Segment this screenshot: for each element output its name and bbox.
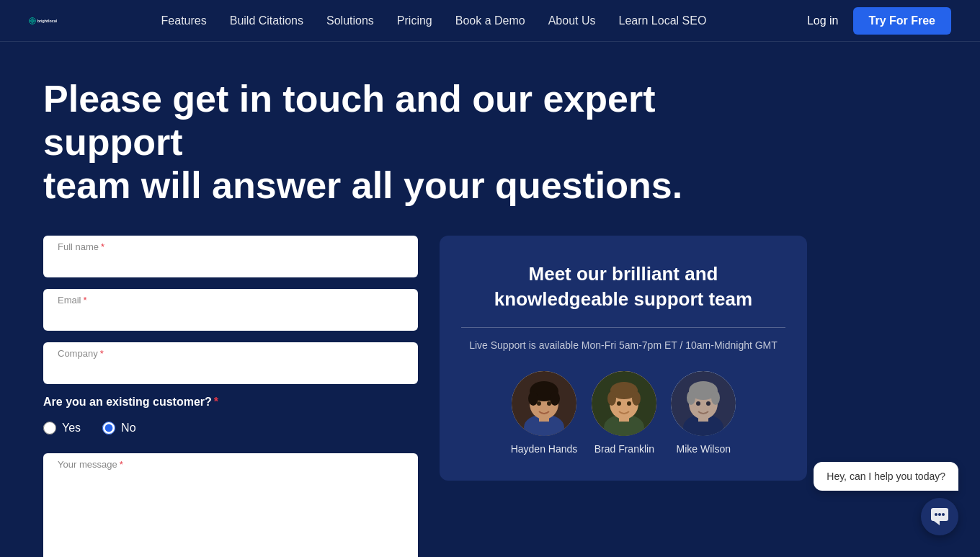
svg-text:brightlocal: brightlocal: [37, 18, 58, 22]
team-member-mike: Mike Wilson: [671, 371, 736, 455]
existing-customer-group: Are you an existing customer?* Yes No: [43, 396, 418, 442]
svg-point-30: [711, 391, 720, 405]
avatar-hayden: [512, 371, 576, 436]
svg-point-29: [687, 391, 695, 405]
logo[interactable]: brightlocal: [29, 7, 61, 35]
team-divider: [461, 327, 785, 328]
svg-point-21: [632, 391, 641, 406]
chat-widget: Hey, can I help you today?: [814, 462, 958, 535]
email-label: Email*: [58, 295, 87, 306]
radio-yes-label: Yes: [62, 422, 81, 435]
nav-solutions[interactable]: Solutions: [326, 14, 374, 27]
full-name-label: Full name*: [58, 241, 104, 252]
message-field: Your message*: [43, 453, 418, 557]
nav-links: Features Build Citations Solutions Prici…: [161, 14, 707, 27]
team-members: Hayden Hands: [461, 371, 785, 455]
svg-point-23: [627, 401, 631, 406]
contact-form: Full name* Email* Company*: [43, 236, 418, 557]
email-input[interactable]: [43, 289, 418, 331]
log-in-link[interactable]: Log in: [807, 14, 839, 27]
svg-marker-34: [934, 521, 940, 525]
radio-no-label: No: [121, 422, 135, 435]
svg-point-35: [935, 513, 937, 516]
radio-yes-input[interactable]: [43, 422, 56, 435]
svg-point-13: [537, 401, 541, 406]
team-card: Meet our brilliant and knowledgeable sup…: [440, 236, 807, 480]
message-label: Your message*: [58, 459, 123, 470]
radio-no-input[interactable]: [102, 422, 115, 435]
svg-point-37: [942, 513, 945, 516]
email-field: Email*: [43, 289, 418, 331]
full-name-field: Full name*: [43, 236, 418, 277]
radio-yes[interactable]: Yes: [43, 422, 81, 435]
company-label: Company*: [58, 348, 104, 359]
avatar-brad: [592, 371, 656, 436]
radio-group: Yes No: [43, 414, 418, 442]
nav-learn-seo[interactable]: Learn Local SEO: [618, 14, 706, 27]
member-name-hayden: Hayden Hands: [511, 443, 578, 455]
member-name-brad: Brad Franklin: [594, 443, 654, 455]
nav-about-us[interactable]: About Us: [548, 14, 596, 27]
chat-bubble: Hey, can I help you today?: [814, 462, 958, 491]
team-member-brad: Brad Franklin: [592, 371, 656, 455]
chat-button[interactable]: [921, 498, 958, 535]
svg-point-11: [528, 391, 538, 406]
form-section: Full name* Email* Company*: [43, 236, 937, 557]
nav-pricing[interactable]: Pricing: [397, 14, 432, 27]
main-nav: brightlocal Features Build Citations Sol…: [0, 0, 980, 42]
team-card-title: Meet our brilliant and knowledgeable sup…: [461, 262, 785, 312]
svg-point-14: [547, 401, 551, 406]
avatar-mike: [671, 371, 736, 436]
nav-build-citations[interactable]: Build Citations: [230, 14, 303, 27]
company-field: Company*: [43, 342, 418, 384]
radio-no[interactable]: No: [102, 422, 135, 435]
support-hours: Live Support is available Mon-Fri 5am-7p…: [461, 339, 785, 351]
svg-point-31: [696, 401, 700, 406]
svg-point-12: [550, 391, 560, 406]
nav-features[interactable]: Features: [161, 14, 207, 27]
nav-book-demo[interactable]: Book a Demo: [455, 14, 525, 27]
hero-title: Please get in touch and our expert suppo…: [43, 78, 692, 207]
svg-point-22: [617, 401, 621, 406]
existing-customer-question: Are you an existing customer?*: [43, 396, 418, 409]
member-name-mike: Mike Wilson: [677, 443, 731, 455]
try-free-button[interactable]: Try For Free: [853, 7, 951, 35]
svg-point-32: [706, 401, 710, 406]
svg-point-36: [938, 513, 941, 516]
team-member-hayden: Hayden Hands: [511, 371, 578, 455]
svg-point-20: [607, 391, 616, 406]
nav-right: Log in Try For Free: [807, 7, 951, 35]
